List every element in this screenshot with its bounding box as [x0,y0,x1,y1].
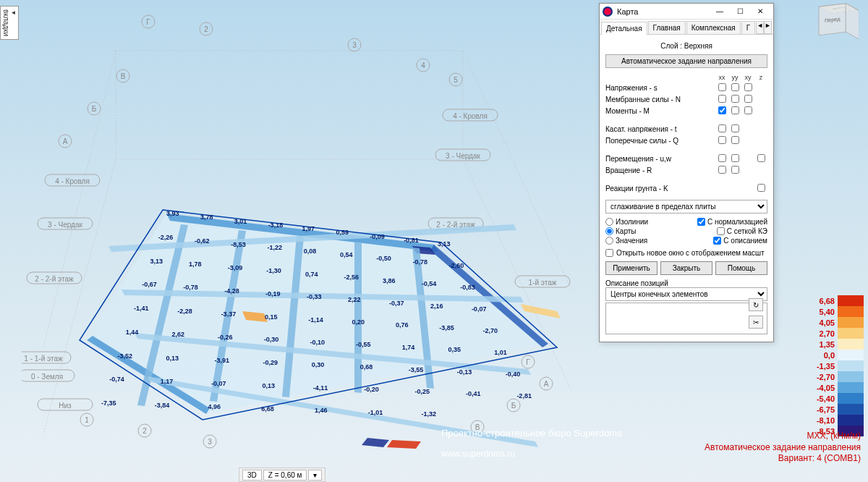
result-check[interactable] [718,95,726,103]
close-button[interactable]: ✕ [750,4,770,19]
cut-icon[interactable]: ✂ [749,316,763,329]
smoothing-select[interactable]: сглаживание в пределах плиты [605,200,767,213]
viewcube-front[interactable]: Перед [819,3,846,35]
svg-text:4,96: 4,96 [208,403,221,410]
svg-point-16 [449,73,462,86]
auto-direction-button[interactable]: Автоматическое задание направления [605,54,767,68]
svg-text:3,86: 3,86 [383,277,396,284]
svg-text:3 - Чердак: 3 - Чердак [48,221,82,229]
tab-complex[interactable]: Комплексная [686,21,741,34]
maximize-button[interactable]: ☐ [730,4,750,19]
svg-text:-4,11: -4,11 [313,384,328,392]
color-legend: 6,685,404,052,701,350,0-1,35-2,70-4,05-5… [784,295,864,436]
tab-extra[interactable]: Г [741,21,755,34]
display-option-check[interactable] [717,227,725,235]
result-check[interactable] [731,136,739,144]
result-check[interactable] [731,106,739,114]
result-check[interactable] [718,83,726,91]
display-radio[interactable] [605,237,613,245]
svg-point-48 [203,435,216,448]
model-canvas: Г2345ВБА4 - Кровля3 - Чердак2 - 2-й этаж… [22,14,586,449]
result-check[interactable] [718,166,726,174]
help-button[interactable]: Помощь [715,261,767,275]
svg-text:1-й этаж: 1-й этаж [529,279,557,287]
viewport-3d[interactable]: вкладки Верх Перед Г2345ВБА4 - Кровля3 -… [0,0,868,482]
tab-scroll-left[interactable]: ◄ [756,21,764,34]
titlebar[interactable]: Карта — ☐ ✕ [600,4,773,20]
positions-select[interactable]: Центры конечных элементов [605,287,767,301]
svg-text:Г: Г [146,18,150,26]
layer-label: Слой : Верхняя [605,42,767,50]
sidebar-tabs-toggle[interactable]: вкладки [0,6,19,40]
svg-text:6,68: 6,68 [261,405,274,413]
result-check[interactable] [731,124,739,132]
open-window-check[interactable] [605,249,613,257]
svg-rect-24 [45,174,100,186]
svg-line-4 [43,51,116,347]
display-option-check[interactable] [713,237,721,245]
svg-text:А: А [63,138,68,145]
result-check[interactable] [731,154,739,162]
view-mode-3d[interactable]: 3D [242,470,262,481]
display-option-check[interactable] [697,218,705,226]
svg-rect-28 [27,272,82,284]
svg-rect-26 [38,218,93,229]
result-check[interactable] [718,124,726,132]
svg-point-22 [59,135,72,148]
svg-text:-1,30: -1,30 [266,267,281,274]
positions-list[interactable] [605,303,767,334]
tab-detailed[interactable]: Детальная [601,22,647,35]
tab-main[interactable]: Главная [648,21,686,34]
apply-button[interactable]: Применить [605,261,658,275]
svg-text:Б: Б [511,402,516,410]
svg-rect-30 [22,352,71,363]
tab-scroll-right[interactable]: ► [764,21,772,34]
svg-rect-40 [428,218,483,229]
result-row-label: Касат. напряжения - t [605,125,715,133]
result-check[interactable] [744,95,752,103]
result-check[interactable] [757,154,765,162]
legend-value: -1,35 [801,362,835,371]
legend-swatch [838,371,864,382]
legend-value: 4,05 [801,318,835,327]
close-dialog-button[interactable]: Закрыть [660,261,712,275]
display-radio[interactable] [605,218,613,226]
svg-text:-1,41: -1,41 [134,305,149,312]
result-check[interactable] [731,95,739,103]
svg-text:3,01: 3,01 [234,218,247,225]
svg-text:2,22: 2,22 [348,296,361,303]
svg-rect-34 [38,399,93,410]
svg-marker-74 [135,333,531,375]
svg-text:-3,18: -3,18 [268,221,284,229]
result-check[interactable] [744,83,752,91]
svg-text:-0,74: -0,74 [109,376,124,383]
result-check[interactable] [731,83,739,91]
result-check[interactable] [718,154,726,162]
display-radio[interactable] [605,227,613,235]
result-check[interactable] [718,136,726,144]
result-check[interactable] [718,106,726,114]
result-check[interactable] [757,184,765,192]
z-level-display[interactable]: Z = 0,60 м [263,470,307,481]
svg-rect-38 [435,149,490,161]
svg-text:-0,33: -0,33 [307,293,322,300]
svg-text:0,13: 0,13 [166,355,179,362]
svg-text:-2,81: -2,81 [516,392,532,399]
svg-text:-0,30: -0,30 [264,336,279,343]
result-check[interactable] [731,166,739,174]
svg-text:-1,32: -1,32 [422,410,437,418]
svg-text:0,20: 0,20 [352,318,365,326]
view-cube[interactable]: Верх Перед [825,6,859,46]
viewcube-right[interactable] [846,3,859,39]
svg-text:-0,54: -0,54 [422,280,437,287]
legend-swatch [838,360,864,371]
refresh-icon[interactable]: ↻ [749,298,763,311]
toolbar-dropdown[interactable]: ▾ [308,470,322,481]
svg-text:-0,29: -0,29 [263,359,278,366]
svg-text:4 - Кровля: 4 - Кровля [55,177,90,185]
minimize-button[interactable]: — [710,4,730,19]
bottom-toolbar: 3D Z = 0,60 м ▾ [239,468,326,482]
svg-text:А: А [544,380,549,388]
legend-swatch [838,382,864,393]
result-check[interactable] [744,106,752,114]
